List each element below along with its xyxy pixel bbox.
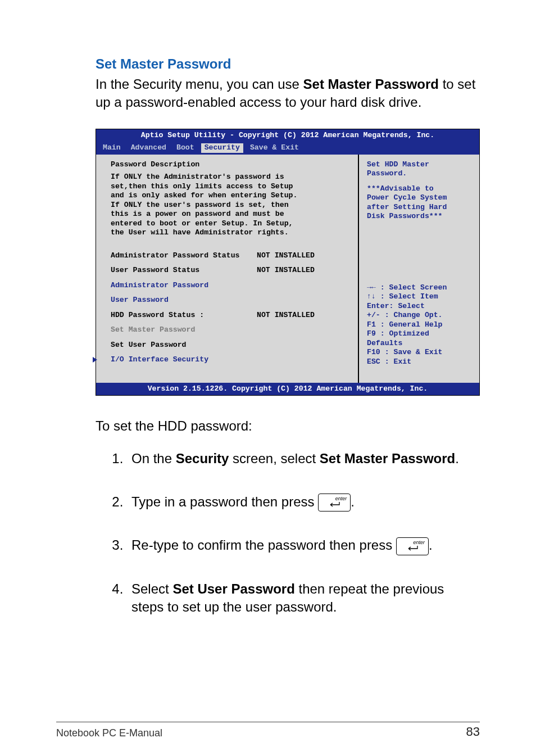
intro-bold: Set Master Password <box>303 76 439 92</box>
step-3: Re-type to confirm the password then pre… <box>127 536 480 555</box>
nav-help-line: ↑↓ : Select Item <box>367 292 474 302</box>
io-interface-security-label: I/O Interface Security <box>111 355 208 364</box>
section-heading: Set Master Password <box>96 56 480 72</box>
admin-pw-status-label: Administrator Password Status <box>111 251 257 261</box>
pw-desc-line: If ONLY the user's password is set, then <box>111 201 348 210</box>
nav-help-line: →← : Select Screen <box>367 283 474 293</box>
help-line: Power Cycle System <box>367 193 474 203</box>
step-4: Select Set User Password then repeat the… <box>127 580 480 617</box>
bios-left-pane: Password Description If ONLY the Adminis… <box>96 155 358 383</box>
enter-key-label: enter <box>413 539 425 546</box>
enter-key-icon: enter <box>318 494 351 511</box>
step3-post: . <box>429 537 433 553</box>
step1-bold2: Set Master Password <box>320 451 455 466</box>
nav-help-line: F10 : Save & Exit <box>367 348 474 357</box>
user-pw-status-row: User Password Status NOT INSTALLED <box>111 266 348 275</box>
admin-pw-status-row: Administrator Password Status NOT INSTAL… <box>111 251 348 261</box>
step1-post: . <box>455 451 459 466</box>
bios-right-pane: Set HDD Master Password. ***Advisable to… <box>358 155 479 383</box>
page-number: 83 <box>466 725 480 739</box>
step1-mid: screen, select <box>229 451 319 466</box>
set-master-password-item[interactable]: Set Master Password <box>111 325 348 335</box>
step2-post: . <box>351 494 355 509</box>
tab-main[interactable]: Main <box>103 143 121 153</box>
footer-rule <box>56 722 480 722</box>
user-pw-status-value: NOT INSTALLED <box>257 266 315 275</box>
step4-bold1: Set User Password <box>172 581 294 596</box>
step1-bold1: Security <box>176 451 229 466</box>
steps-list: On the Security screen, select Set Maste… <box>96 450 480 616</box>
intro-pre: In the Security menu, you can use <box>96 76 303 92</box>
help-line: Password. <box>367 169 474 179</box>
bios-panel: Aptio Setup Utility - Copyright (C) 2012… <box>96 129 480 396</box>
pw-desc-line: the User will have Administrator rights. <box>111 228 348 238</box>
nav-help-line: +/- : Change Opt. <box>367 311 474 320</box>
hdd-pw-status-row: HDD Password Status : NOT INSTALLED <box>111 311 348 320</box>
submenu-arrow-icon <box>92 356 98 363</box>
pw-desc-line: entered to boot or enter Setup. In Setup… <box>111 219 348 229</box>
bios-footer: Version 2.15.1226. Copyright (C) 2012 Am… <box>96 383 479 396</box>
after-bios-text: To set the HDD password: <box>96 418 480 434</box>
hdd-pw-status-label: HDD Password Status : <box>111 311 257 320</box>
tab-save-exit[interactable]: Save & Exit <box>250 143 299 153</box>
tab-advanced[interactable]: Advanced <box>131 143 166 153</box>
nav-help-line: F9 : Optimized <box>367 329 474 339</box>
nav-help-line: F1 : General Help <box>367 320 474 330</box>
step-1: On the Security screen, select Set Maste… <box>127 450 480 468</box>
user-password-item[interactable]: User Password <box>111 296 348 305</box>
footer-left-text: Notebook PC E-Manual <box>56 727 162 739</box>
enter-key-icon: enter <box>396 537 429 555</box>
tab-security[interactable]: Security <box>201 143 243 153</box>
enter-key-label: enter <box>335 495 347 502</box>
step3-pre: Re-type to confirm the password then pre… <box>131 537 396 553</box>
step2-pre: Type in a password then press <box>131 494 318 509</box>
nav-help-line: ESC : Exit <box>367 357 474 367</box>
admin-pw-status-value: NOT INSTALLED <box>257 251 315 261</box>
user-pw-status-label: User Password Status <box>111 266 257 275</box>
pw-desc-line: set,then this only limits access to Setu… <box>111 182 348 192</box>
step4-pre: Select <box>131 581 172 596</box>
help-line: after Setting Hard <box>367 203 474 212</box>
help-line: Set HDD Master <box>367 160 474 170</box>
tab-boot[interactable]: Boot <box>176 143 194 153</box>
pw-desc-line: this is a power on password and must be <box>111 210 348 219</box>
help-line: Disk Passwords*** <box>367 212 474 221</box>
pw-desc-line: If ONLY the Administrator's password is <box>111 173 348 182</box>
nav-help-line: Enter: Select <box>367 302 474 311</box>
help-line: ***Advisable to <box>367 184 474 194</box>
admin-password-item[interactable]: Administrator Password <box>111 281 348 291</box>
hdd-pw-status-value: NOT INSTALLED <box>257 311 315 320</box>
bios-title: Aptio Setup Utility - Copyright (C) 2012… <box>96 129 479 142</box>
pw-desc-line: and is only asked for when entering Setu… <box>111 191 348 201</box>
intro-paragraph: In the Security menu, you can use Set Ma… <box>96 75 480 112</box>
pw-desc-header: Password Description <box>111 160 348 170</box>
nav-help-line: Defaults <box>367 339 474 348</box>
io-interface-security-item[interactable]: I/O Interface Security <box>111 355 348 365</box>
svg-marker-0 <box>93 357 97 363</box>
set-user-password-item[interactable]: Set User Password <box>111 341 348 350</box>
bios-tab-bar: Main Advanced Boot Security Save & Exit <box>96 142 479 155</box>
step1-pre: On the <box>131 451 176 466</box>
step-2: Type in a password then press enter . <box>127 493 480 512</box>
